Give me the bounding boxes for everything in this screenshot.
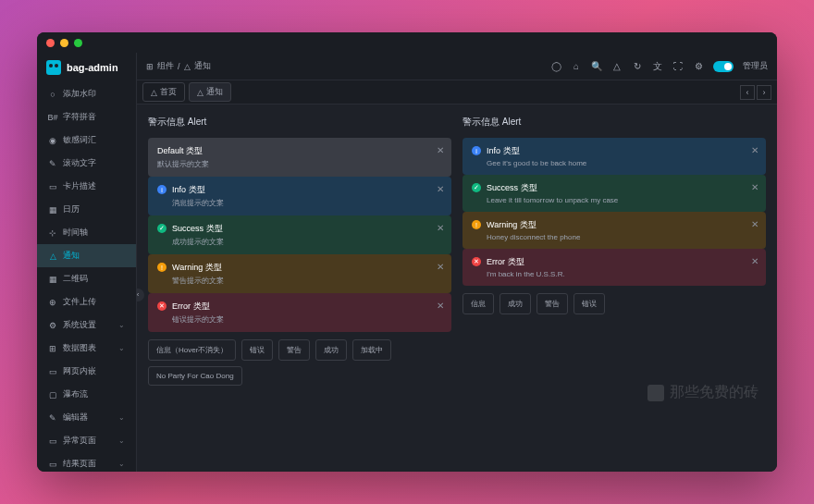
main: ⊞ 组件 / △ 通知 ◯ ⌂ 🔍 △ ↻ 文 ⛶ ⚙ 管理员 [137,53,777,472]
alert-success: ✓Success 类型Leave it till tomorrow to unp… [462,175,766,212]
breadcrumb-part1[interactable]: 组件 [157,60,174,72]
sidebar-item-16[interactable]: ▭结果页面⌄ [37,452,136,472]
gear-icon[interactable]: ⚙ [693,61,704,72]
close-icon[interactable]: ✕ [437,145,444,155]
close-dot[interactable] [46,39,55,47]
action-button-4[interactable]: 加载中 [352,339,391,361]
alert-title: Success 类型 [487,182,757,194]
nav-label: 日历 [63,203,80,215]
close-icon[interactable]: ✕ [437,262,444,272]
action-button-3[interactable]: 成功 [315,339,347,361]
nav-icon: ✎ [48,413,57,423]
tab-prev[interactable]: ‹ [740,85,755,100]
alert-desc: Honey disconnect the phone [487,233,757,241]
warning-icon: ! [157,263,166,272]
sidebar-item-10[interactable]: ⚙系统设置⌄ [37,313,136,337]
close-icon[interactable]: ✕ [751,219,758,229]
logo[interactable]: bag-admin [37,53,136,82]
sidebar-item-12[interactable]: ▭网页内嵌 [37,360,136,383]
action-button-2[interactable]: 警告 [278,339,310,361]
chevron-down-icon: ⌄ [118,460,125,468]
sidebar-item-3[interactable]: ✎滚动文字 [37,152,136,175]
action-button-1[interactable]: 错误 [241,339,273,361]
nav-label: 字符拼音 [63,111,96,123]
sidebar-item-11[interactable]: ⊞数据图表⌄ [37,337,136,360]
nav-icon: ▦ [48,205,57,215]
nav-icon: ▭ [48,460,57,469]
logo-icon [46,60,61,75]
alert-success: ✓Success 类型成功提示的文案✕ [148,215,451,254]
sidebar-item-4[interactable]: ▭卡片描述 [37,175,136,198]
action-button-5[interactable]: No Party For Cao Dong [148,366,242,386]
sidebar-item-13[interactable]: ▢瀑布流 [37,383,136,406]
alert-title: Warning 类型 [172,262,442,274]
sidebar-item-7[interactable]: △通知 [37,244,136,267]
nav-icon: ⊹ [48,228,57,238]
tab-home[interactable]: △首页 [142,82,185,102]
breadcrumb: ⊞ 组件 / △ 通知 [146,60,211,72]
sidebar-item-5[interactable]: ▦日历 [37,198,136,221]
lang-icon[interactable]: 文 [652,61,663,72]
nav-label: 敏感词汇 [63,134,96,146]
alert-desc: 成功提示的文案 [172,237,442,247]
nav-label: 二维码 [63,273,88,285]
nav-label: 文件上传 [63,296,96,308]
action-button-2[interactable]: 警告 [536,293,568,314]
tabs: △首页 △通知 ‹ › [137,80,777,104]
chevron-down-icon: ⌄ [118,436,125,445]
action-button-0[interactable]: 信息（Hover不消失） [148,339,236,361]
home-icon[interactable]: ⌂ [571,61,582,72]
alert-title: Info 类型 [487,145,757,157]
action-button-1[interactable]: 成功 [500,293,531,314]
close-icon[interactable]: ✕ [751,145,758,155]
action-button-0[interactable]: 信息 [462,293,494,314]
sidebar-item-2[interactable]: ◉敏感词汇 [37,129,136,152]
sidebar-item-8[interactable]: ▦二维码 [37,267,136,290]
bell-icon: △ [184,62,191,71]
alert-title: Error 类型 [172,301,442,313]
refresh-icon[interactable]: ↻ [632,61,643,72]
nav-icon: ▭ [48,182,57,191]
nav-icon: ⊞ [48,344,57,353]
close-icon[interactable]: ✕ [751,256,758,266]
action-button-3[interactable]: 错误 [574,293,605,314]
nav-label: 添加水印 [63,88,96,100]
alert-info: iInfo 类型Gee it's good to be back home✕ [462,138,766,175]
search-icon[interactable]: 🔍 [591,61,602,72]
nav-label: 系统设置 [63,319,96,331]
nav-icon: ✎ [48,159,57,168]
sidebar-item-1[interactable]: B#字符拼音 [37,105,136,129]
user-label[interactable]: 管理员 [743,60,768,72]
nav-icon: ⚙ [48,321,57,330]
right-title: 警示信息 Alert [462,116,766,129]
close-icon[interactable]: ✕ [751,182,758,192]
close-icon[interactable]: ✕ [437,184,444,194]
nav-icon: ▭ [48,367,57,376]
alert-warning: !Warning 类型警告提示的文案✕ [148,254,451,293]
close-icon[interactable]: ✕ [437,301,444,311]
tab-notice[interactable]: △通知 [189,82,231,102]
sidebar-item-9[interactable]: ⊕文件上传 [37,290,136,313]
nav-label: 编辑器 [63,412,88,424]
github-icon[interactable]: ◯ [550,61,561,72]
fullscreen-icon[interactable]: ⛶ [672,61,684,72]
alert-title: Warning 类型 [487,219,757,231]
sidebar-item-15[interactable]: ▭异常页面⌄ [37,429,136,452]
notify-icon[interactable]: △ [611,61,623,72]
breadcrumb-part2[interactable]: 通知 [194,60,211,72]
sidebar-item-6[interactable]: ⊹时间轴 [37,221,136,244]
nav-label: 网页内嵌 [63,365,96,377]
tab-next[interactable]: › [757,85,771,100]
chevron-down-icon: ⌄ [118,321,125,329]
sidebar-item-0[interactable]: ○添加水印 [37,82,136,105]
sidebar-collapse[interactable]: ‹ [137,289,144,301]
close-icon[interactable]: ✕ [437,223,444,233]
menu-icon[interactable]: ⊞ [146,62,154,71]
theme-toggle[interactable] [713,61,734,72]
minimize-dot[interactable] [60,39,68,47]
maximize-dot[interactable] [74,39,82,47]
sidebar-item-14[interactable]: ✎编辑器⌄ [37,406,136,429]
left-buttons: 信息（Hover不消失）错误警告成功加载中No Party For Cao Do… [148,339,451,386]
right-column: 警示信息 Alert iInfo 类型Gee it's good to be b… [462,116,766,461]
nav-label: 卡片描述 [63,180,96,192]
